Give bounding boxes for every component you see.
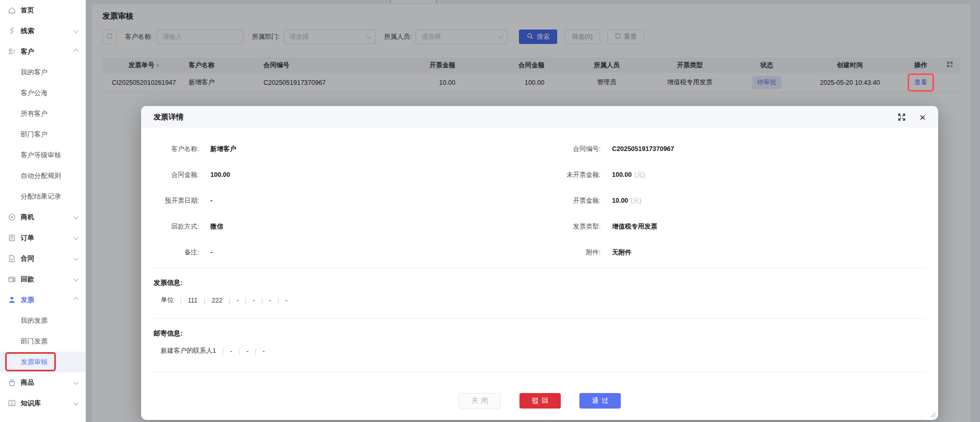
chevron-down-icon xyxy=(73,28,79,33)
chevron-down-icon xyxy=(73,214,79,219)
chevron-down-icon xyxy=(73,255,79,261)
chevron-up-icon xyxy=(73,49,79,54)
sidebar-item-my-customers[interactable]: 我的客户 xyxy=(0,62,85,83)
invoice-info-item: - xyxy=(271,297,287,304)
field-value: - xyxy=(210,197,212,204)
unit-suffix: (元) xyxy=(631,197,641,205)
field-value: 无附件 xyxy=(612,248,632,257)
mail-info-item: 新建客户的联系人1 xyxy=(161,346,216,355)
invoice-info-item: - xyxy=(239,297,255,304)
invoice-review-screen: 首页 线索 客户 我的客户 客户公海 所有客户 部门客户 客户等级审核 自动分配… xyxy=(0,0,980,422)
field-value: C2025051917370967 xyxy=(612,145,674,153)
mail-info-row: 新建客户的联系人1--- xyxy=(154,346,926,355)
field-value: 微信 xyxy=(210,222,223,231)
field-value: 增值税专用发票 xyxy=(612,222,657,231)
leads-icon xyxy=(7,27,16,36)
sidebar-item-payments[interactable]: 回款 xyxy=(0,269,85,290)
modal-body: 客户名称:新增客户 合同编号:C2025051917370967 合同金额:10… xyxy=(141,136,938,409)
invoice-icon xyxy=(7,296,16,305)
reject-button[interactable]: 驳回 xyxy=(519,393,561,409)
mail-info-title: 邮寄信息: xyxy=(154,329,926,338)
invoice-detail-modal: 发票详情 × 客户名称:新增客户 合同编号:C2025051917370967 … xyxy=(141,106,938,420)
sidebar-item-customer-level-review[interactable]: 客户等级审核 xyxy=(0,145,85,165)
divider xyxy=(154,318,926,319)
close-icon[interactable]: × xyxy=(920,112,926,123)
invoice-info-row: 单位111222---- xyxy=(154,296,926,305)
sidebar-item-products[interactable]: 商品 xyxy=(0,372,85,393)
sidebar-item-home[interactable]: 首页 xyxy=(0,0,85,21)
close-button[interactable]: 关闭 xyxy=(458,393,501,409)
sidebar-item-customers[interactable]: 客户 xyxy=(0,41,85,62)
field-value: 10.00 xyxy=(612,197,628,204)
sidebar-item-label: 首页 xyxy=(21,6,34,15)
approve-button[interactable]: 通过 xyxy=(579,393,621,409)
field-value: 新增客户 xyxy=(210,145,236,154)
sidebar-item-contracts[interactable]: 合同 xyxy=(0,248,85,269)
sidebar-item-assign-result-log[interactable]: 分配结果记录 xyxy=(0,186,85,207)
invoice-info-item: 111 xyxy=(174,297,197,304)
invoice-info-title: 发票信息: xyxy=(154,278,926,288)
sidebar-item-opportunities[interactable]: 商机 xyxy=(0,207,85,228)
payment-icon xyxy=(7,275,16,284)
mail-info-item: - xyxy=(216,348,232,355)
invoice-info-item: 单位 xyxy=(161,296,174,305)
field-value: - xyxy=(210,249,212,256)
field-label: 备注: xyxy=(154,248,199,257)
sidebar-item-auto-assign-rules[interactable]: 自动分配规则 xyxy=(0,165,85,186)
field-value: 100.00 xyxy=(210,171,230,178)
chevron-down-icon xyxy=(73,380,79,385)
field-value: 100.00 xyxy=(612,171,632,178)
products-icon xyxy=(7,379,16,387)
resize-handle-icon[interactable] xyxy=(929,411,936,417)
knowledge-icon xyxy=(7,399,16,408)
mail-info-item: - xyxy=(249,348,265,355)
chevron-down-icon xyxy=(73,235,79,240)
sidebar-item-all-customers[interactable]: 所有客户 xyxy=(0,103,85,124)
customers-icon xyxy=(7,48,16,56)
field-label: 预开票日期: xyxy=(154,197,199,205)
modal-footer: 关闭 驳回 通过 xyxy=(154,393,926,409)
opportunity-icon xyxy=(7,213,16,222)
modal-header: 发票详情 × xyxy=(141,106,938,128)
field-label: 回款方式: xyxy=(154,222,199,231)
invoice-info-item: - xyxy=(255,297,271,304)
divider xyxy=(154,267,926,268)
invoice-info-item: - xyxy=(222,297,238,304)
chevron-down-icon xyxy=(73,276,79,281)
sidebar-item-invoice-review[interactable]: 发票审核 xyxy=(0,352,85,372)
field-label: 客户名称: xyxy=(154,145,199,154)
field-label: 未开票金额: xyxy=(540,171,601,179)
contract-icon xyxy=(7,254,16,263)
sidebar-item-customer-pool[interactable]: 客户公海 xyxy=(0,83,85,103)
detail-fields: 客户名称:新增客户 合同编号:C2025051917370967 合同金额:10… xyxy=(154,136,926,265)
sidebar-item-dept-customers[interactable]: 部门客户 xyxy=(0,124,85,145)
sidebar: 首页 线索 客户 我的客户 客户公海 所有客户 部门客户 客户等级审核 自动分配… xyxy=(0,0,86,422)
field-label: 发票类型: xyxy=(540,222,601,231)
sidebar-item-orders[interactable]: 订单 xyxy=(0,228,85,248)
orders-icon xyxy=(7,234,16,243)
maximize-icon[interactable] xyxy=(897,113,906,122)
sidebar-item-leads[interactable]: 线索 xyxy=(0,21,85,41)
sidebar-item-knowledge-base[interactable]: 知识库 xyxy=(0,393,85,414)
field-label: 开票金额: xyxy=(540,197,601,205)
mail-info-item: - xyxy=(232,348,248,355)
modal-title: 发票详情 xyxy=(154,112,183,122)
field-label: 合同编号: xyxy=(540,145,601,154)
home-icon xyxy=(7,6,16,15)
invoice-info-item: 222 xyxy=(197,297,222,304)
divider xyxy=(154,372,926,372)
unit-suffix: (元) xyxy=(634,171,645,179)
chevron-up-icon xyxy=(73,297,79,302)
field-label: 附件: xyxy=(540,248,601,257)
sidebar-item-dept-invoices[interactable]: 部门发票 xyxy=(0,331,85,352)
chevron-down-icon xyxy=(73,400,79,405)
sidebar-item-my-invoices[interactable]: 我的发票 xyxy=(0,310,85,331)
field-label: 合同金额: xyxy=(154,171,199,179)
sidebar-item-invoices[interactable]: 发票 xyxy=(0,290,85,310)
